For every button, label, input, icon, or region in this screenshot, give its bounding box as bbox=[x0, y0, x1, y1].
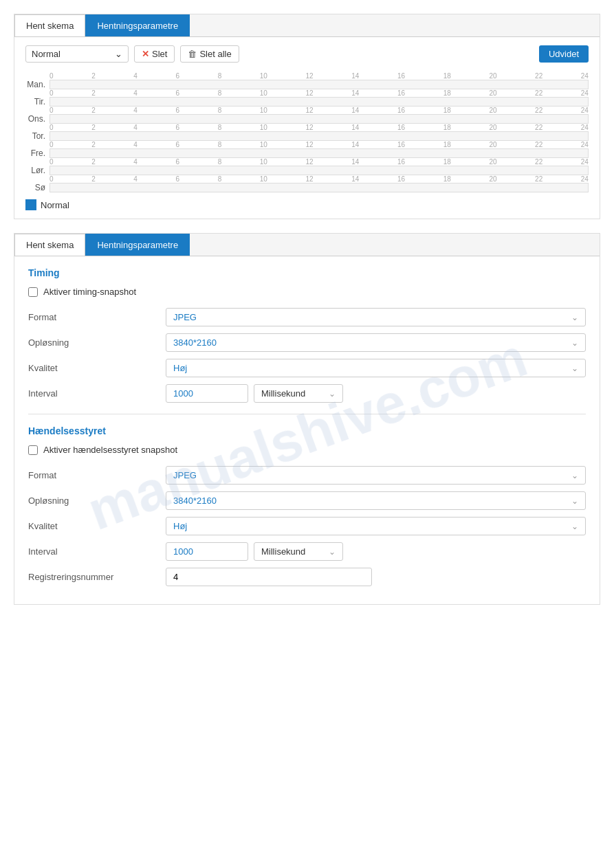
chevron-down-icon: ⌄ bbox=[115, 49, 122, 59]
timing-resolution-row: Opløsning 3840*2160 ⌄ bbox=[28, 333, 586, 352]
event-format-row: Format JPEG ⌄ bbox=[28, 466, 586, 485]
timing-checkbox-row: Aktiver timing-snapshot bbox=[28, 287, 586, 297]
timing-interval-row: Interval Millisekund ⌄ bbox=[28, 384, 586, 403]
timing-interval-label: Interval bbox=[28, 388, 166, 399]
timing-format-row: Format JPEG ⌄ bbox=[28, 308, 586, 326]
legend-color-box bbox=[25, 199, 36, 210]
timing-format-dropdown[interactable]: JPEG ⌄ bbox=[166, 308, 586, 326]
timing-quality-label: Kvalitet bbox=[28, 363, 166, 373]
event-resolution-row: Opløsning 3840*2160 ⌄ bbox=[28, 491, 586, 510]
time-bar[interactable] bbox=[50, 80, 589, 89]
chevron-down-icon: ⌄ bbox=[571, 471, 578, 480]
time-bar[interactable] bbox=[50, 148, 589, 158]
legend-label: Normal bbox=[41, 200, 69, 210]
event-checkbox-row: Aktiver hændelsesstyret snapshot bbox=[28, 445, 586, 455]
x-icon: ✕ bbox=[142, 49, 149, 59]
time-bar[interactable] bbox=[50, 166, 589, 175]
event-resolution-dropdown[interactable]: 3840*2160 ⌄ bbox=[166, 491, 586, 510]
timing-format-label: Format bbox=[28, 312, 166, 322]
tab-hent-skema-2[interactable]: Hent skema bbox=[14, 234, 85, 256]
timing-quality-row: Kvalitet Høj ⌄ bbox=[28, 359, 586, 377]
timing-checkbox-label: Aktiver timing-snapshot bbox=[43, 287, 136, 297]
timing-title: Timing bbox=[28, 267, 586, 278]
day-label: Fre. bbox=[25, 148, 50, 158]
event-interval-unit-dropdown[interactable]: Millisekund ⌄ bbox=[254, 542, 343, 561]
tab-hent-skema-1[interactable]: Hent skema bbox=[14, 14, 85, 36]
chevron-down-icon: ⌄ bbox=[571, 338, 578, 348]
event-format-dropdown[interactable]: JPEG ⌄ bbox=[166, 466, 586, 485]
time-grid: 024681012141618202224Man.024681012141618… bbox=[25, 72, 589, 192]
day-label: Lør. bbox=[25, 166, 50, 175]
day-label: Man. bbox=[25, 80, 50, 89]
tab-hentnings-2[interactable]: Hentningsparametre bbox=[85, 234, 190, 256]
day-label: Tir. bbox=[25, 97, 50, 107]
event-checkbox[interactable] bbox=[28, 445, 38, 455]
day-label: Sø bbox=[25, 183, 50, 192]
timing-checkbox[interactable] bbox=[28, 287, 38, 297]
timing-resolution-dropdown[interactable]: 3840*2160 ⌄ bbox=[166, 333, 586, 352]
delete-all-button[interactable]: 🗑 Slet alle bbox=[180, 45, 239, 63]
chevron-down-icon: ⌄ bbox=[571, 313, 578, 322]
chevron-down-icon: ⌄ bbox=[571, 364, 578, 373]
event-checkbox-label: Aktiver hændelsesstyret snapshot bbox=[43, 445, 177, 455]
expand-button[interactable]: Udvidet bbox=[539, 45, 589, 63]
timing-interval-unit-dropdown[interactable]: Millisekund ⌄ bbox=[254, 384, 343, 403]
delete-button[interactable]: ✕ Slet bbox=[134, 45, 175, 63]
event-interval-row: Interval Millisekund ⌄ bbox=[28, 542, 586, 561]
event-interval-input[interactable] bbox=[166, 542, 248, 561]
chevron-down-icon: ⌄ bbox=[571, 522, 578, 531]
chevron-down-icon: ⌄ bbox=[571, 496, 578, 506]
legend: Normal bbox=[25, 199, 589, 210]
chevron-down-icon: ⌄ bbox=[329, 547, 336, 557]
event-format-label: Format bbox=[28, 470, 166, 480]
time-bar[interactable] bbox=[50, 97, 589, 107]
day-label: Ons. bbox=[25, 114, 50, 124]
reg-input[interactable] bbox=[166, 568, 372, 586]
event-quality-row: Kvalitet Høj ⌄ bbox=[28, 517, 586, 535]
timing-resolution-label: Opløsning bbox=[28, 337, 166, 348]
time-bar[interactable] bbox=[50, 114, 589, 124]
timing-interval-input[interactable] bbox=[166, 384, 248, 403]
event-interval-label: Interval bbox=[28, 546, 166, 557]
event-title: Hændelsesstyret bbox=[28, 425, 586, 436]
chevron-down-icon: ⌄ bbox=[329, 389, 336, 399]
schedule-dropdown[interactable]: Normal ⌄ bbox=[25, 45, 129, 63]
time-bar[interactable] bbox=[50, 183, 589, 192]
day-label: Tor. bbox=[25, 131, 50, 141]
timing-quality-dropdown[interactable]: Høj ⌄ bbox=[166, 359, 586, 377]
reg-label: Registreringsnummer bbox=[28, 572, 166, 582]
trash-icon: 🗑 bbox=[188, 49, 197, 59]
reg-row: Registreringsnummer bbox=[28, 568, 586, 586]
event-quality-dropdown[interactable]: Høj ⌄ bbox=[166, 517, 586, 535]
event-quality-label: Kvalitet bbox=[28, 521, 166, 531]
event-resolution-label: Opløsning bbox=[28, 496, 166, 506]
tab-hentnings-1[interactable]: Hentningsparametre bbox=[85, 14, 190, 36]
time-bar[interactable] bbox=[50, 131, 589, 141]
